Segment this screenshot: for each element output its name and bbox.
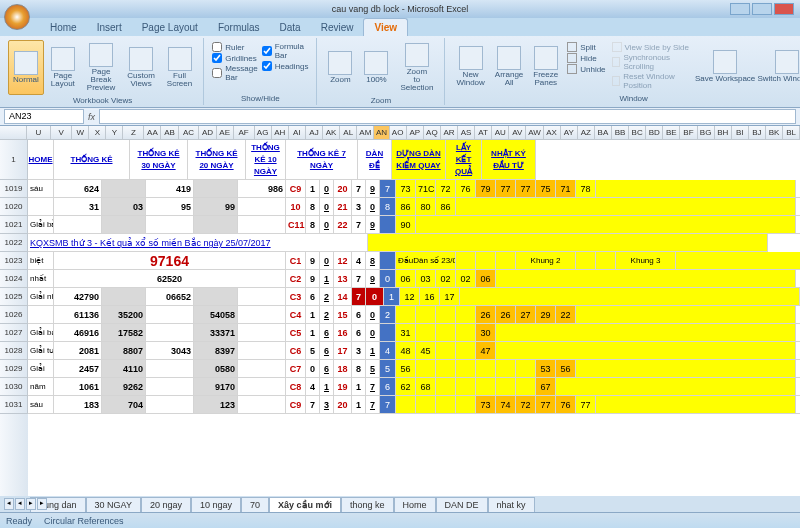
switch-windows-button[interactable]: Switch Windows <box>757 40 800 93</box>
zoomtoselection-button[interactable]: ZoomtoSelection <box>395 40 438 95</box>
row-header[interactable]: 1024 <box>0 270 28 288</box>
name-box[interactable]: AN23 <box>4 109 84 124</box>
row-header[interactable]: 1025 <box>0 288 28 306</box>
col-header[interactable]: AU <box>492 126 509 140</box>
col-header[interactable]: BD <box>646 126 663 140</box>
row-header[interactable]: 1021 <box>0 216 28 234</box>
sheet-tab[interactable]: DAN DE <box>436 497 488 512</box>
col-header[interactable]: AH <box>272 126 289 140</box>
sheet-tab[interactable]: Xây cầu mới <box>269 497 341 512</box>
header-link-tk7[interactable]: THỐNG KÊ 7 NGÀY <box>286 140 358 180</box>
row-header[interactable]: 1 <box>0 140 28 180</box>
worksheet[interactable]: UVWXYZAAABACADAEAFAGAHAIAJAKALAMANAOAPAQ… <box>0 126 800 496</box>
sheet-tab[interactable]: 70 <box>241 497 269 512</box>
minimize-button[interactable] <box>730 3 750 15</box>
col-header[interactable]: BF <box>680 126 697 140</box>
save-workspace-button[interactable]: Save Workspace <box>695 40 755 93</box>
result-title[interactable]: KQXSMB thứ 3 - Kết quả xổ số miền Bắc ng… <box>28 234 368 252</box>
row-header[interactable]: 1020 <box>0 198 28 216</box>
row-header[interactable]: 1027 <box>0 324 28 342</box>
tab-formulas[interactable]: Formulas <box>208 19 270 36</box>
row-header[interactable]: 1023 <box>0 252 28 270</box>
cells-area[interactable]: HOMETHỐNG KÊTHỐNG KÊ 30 NGÀYTHỐNG KÊ 20 … <box>28 140 800 496</box>
split-option[interactable]: Split <box>567 42 605 52</box>
col-header[interactable]: AS <box>458 126 475 140</box>
row-header[interactable]: 1030 <box>0 378 28 396</box>
col-header[interactable] <box>0 126 27 140</box>
header-link-tk10[interactable]: THỐNG KÊ 10 NGÀY <box>246 140 286 180</box>
row-header[interactable]: 1029 <box>0 360 28 378</box>
tab-review[interactable]: Review <box>311 19 364 36</box>
close-button[interactable] <box>774 3 794 15</box>
checkbox-formula-bar[interactable]: Formula Bar <box>262 42 309 60</box>
tab-insert[interactable]: Insert <box>87 19 132 36</box>
header-link-tk30[interactable]: THỐNG KÊ 30 NGÀY <box>130 140 188 180</box>
col-header[interactable]: BL <box>783 126 800 140</box>
col-header[interactable]: AP <box>407 126 424 140</box>
col-header[interactable]: BG <box>698 126 715 140</box>
col-header[interactable]: AX <box>544 126 561 140</box>
col-header[interactable]: BH <box>715 126 732 140</box>
tab-home[interactable]: Home <box>40 19 87 36</box>
col-header[interactable]: AI <box>289 126 306 140</box>
col-header[interactable]: BJ <box>749 126 766 140</box>
col-header[interactable]: Z <box>123 126 144 140</box>
row-header[interactable]: 1019 <box>0 180 28 198</box>
col-header[interactable]: AT <box>475 126 492 140</box>
fx-icon[interactable]: fx <box>88 112 95 122</box>
col-header[interactable]: BE <box>663 126 680 140</box>
col-header[interactable]: Y <box>106 126 123 140</box>
checkbox-message-bar[interactable]: Message Bar <box>212 64 257 82</box>
col-header[interactable]: W <box>72 126 89 140</box>
col-header[interactable]: AY <box>561 126 578 140</box>
arrange-all-button[interactable]: ArrangeAll <box>490 40 528 93</box>
col-header[interactable]: X <box>89 126 106 140</box>
col-header[interactable]: BI <box>732 126 749 140</box>
col-header[interactable]: U <box>27 126 52 140</box>
header-link-dande[interactable]: DÀN ĐỀ <box>358 140 392 180</box>
col-header[interactable]: AQ <box>424 126 441 140</box>
maximize-button[interactable] <box>752 3 772 15</box>
new-window-button[interactable]: NewWindow <box>451 40 489 93</box>
sheet-tab[interactable]: 20 ngay <box>141 497 191 512</box>
custom-views-button[interactable]: CustomViews <box>122 40 160 95</box>
sheet-tab[interactable]: 10 ngay <box>191 497 241 512</box>
row-header[interactable]: 1022 <box>0 234 28 252</box>
sheet-nav[interactable]: ◂◂▸▸ <box>4 498 47 510</box>
header-link-tk20[interactable]: THỐNG KÊ 20 NGÀY <box>188 140 246 180</box>
full-screen-button[interactable]: FullScreen <box>162 40 197 95</box>
col-header[interactable]: BA <box>595 126 612 140</box>
tab-data[interactable]: Data <box>270 19 311 36</box>
col-header[interactable]: AZ <box>578 126 595 140</box>
checkbox-gridlines[interactable]: Gridlines <box>212 53 257 63</box>
sheet-tab[interactable]: Home <box>394 497 436 512</box>
checkbox-ruler[interactable]: Ruler <box>212 42 257 52</box>
row-header[interactable]: 1028 <box>0 342 28 360</box>
col-header[interactable]: AA <box>144 126 161 140</box>
col-header[interactable]: AL <box>340 126 357 140</box>
row-header[interactable]: 1031 <box>0 396 28 414</box>
col-header[interactable]: AJ <box>306 126 323 140</box>
col-header[interactable]: AV <box>509 126 526 140</box>
100-button[interactable]: 100% <box>359 40 393 95</box>
checkbox-headings[interactable]: Headings <box>262 61 309 71</box>
sheet-tab[interactable]: nhat ky <box>488 497 535 512</box>
hide-option[interactable]: Hide <box>567 53 605 63</box>
row-header[interactable]: 1026 <box>0 306 28 324</box>
page-layout-button[interactable]: PageLayout <box>46 40 80 95</box>
tab-view[interactable]: View <box>363 18 408 36</box>
col-header[interactable]: AG <box>255 126 272 140</box>
col-header[interactable]: BC <box>629 126 646 140</box>
col-header[interactable]: AE <box>217 126 234 140</box>
header-link-layketqua[interactable]: LẤY KẾT QUẢ <box>446 140 482 180</box>
header-link-tk[interactable]: THỐNG KÊ <box>54 140 130 180</box>
col-header[interactable]: AK <box>323 126 340 140</box>
page-break-preview-button[interactable]: PageBreakPreview <box>82 40 120 95</box>
col-header[interactable]: AM <box>357 126 374 140</box>
zoom-button[interactable]: Zoom <box>323 40 357 95</box>
header-link-nhatky[interactable]: NHẬT KÝ ĐẦU TƯ <box>482 140 536 180</box>
col-header[interactable]: AD <box>199 126 216 140</box>
col-header[interactable]: V <box>51 126 72 140</box>
col-header[interactable]: AB <box>161 126 178 140</box>
header-link-dungdan[interactable]: DỰNG DÀN KIỂM QUAY <box>392 140 446 180</box>
